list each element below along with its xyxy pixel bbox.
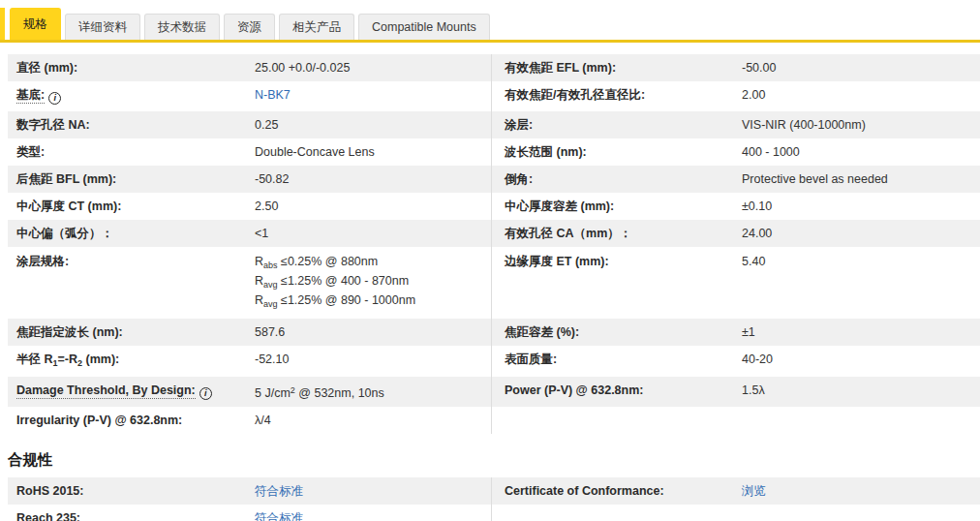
table-row: Damage Threshold, By Design:i5 J/cm2 @ 5… [8, 377, 980, 407]
spec-value: 5.40 [742, 254, 980, 312]
spec-label-text: 后焦距 BFL (mm): [16, 172, 116, 186]
spec-pair: 有效焦距/有效孔径直径比:2.00 [491, 81, 980, 111]
spec-pair: 涂层:VIS-NIR (400-1000nm) [491, 111, 980, 138]
spec-label: 涂层规格: [8, 254, 255, 312]
spec-label: 有效焦距 EFL (mm): [492, 61, 742, 75]
tab-resources[interactable]: 资源 [224, 14, 275, 40]
spec-label: 有效孔径 CA（mm）： [492, 227, 742, 240]
tab-compatible-mounts[interactable]: Compatible Mounts [358, 14, 490, 40]
tab-details[interactable]: 详细资料 [65, 14, 140, 40]
tab-label: 资源 [237, 19, 261, 36]
spec-label: 表面质量: [492, 352, 742, 370]
tab-related-products[interactable]: 相关产品 [279, 14, 354, 40]
tab-specifications[interactable]: 规格 [10, 8, 61, 40]
spec-label: 有效焦距/有效孔径直径比: [492, 88, 742, 105]
info-icon[interactable]: i [199, 387, 212, 400]
spec-label: 中心偏（弧分）： [8, 227, 255, 240]
spec-label-text: 波长范围 (nm): [505, 145, 587, 159]
spec-label: Reach 235: [8, 511, 255, 521]
spec-label: 边缘厚度 ET (mm): [492, 254, 742, 312]
spec-pair: 类型:Double-Concave Lens [8, 138, 491, 166]
spec-value: 25.00 +0.0/-0.025 [255, 61, 491, 75]
spec-label-text: 中心厚度 CT (mm): [16, 199, 121, 213]
spec-label-text: 有效焦距 EFL (mm): [505, 61, 616, 75]
info-icon[interactable]: i [48, 92, 61, 105]
compliance-table: RoHS 2015:符合标准Certificate of Conformance… [8, 477, 980, 521]
spec-label-text: 焦距容差 (%): [505, 325, 579, 339]
spec-value-link[interactable]: 浏览 [742, 484, 980, 498]
spec-value: 5 J/cm2 @ 532nm, 10ns [255, 383, 491, 400]
tab-underline [0, 40, 980, 43]
spec-label-text: 直径 (mm): [16, 61, 77, 75]
spec-pair: 边缘厚度 ET (mm):5.40 [491, 247, 980, 319]
table-row: 焦距指定波长 (nm):587.6焦距容差 (%):±1 [8, 319, 980, 346]
spec-pair: 焦距容差 (%):±1 [491, 319, 980, 346]
spec-value-link[interactable]: N-BK7 [255, 88, 491, 105]
spec-value: Double-Concave Lens [255, 145, 491, 159]
spec-label-text: 中心厚度容差 (mm): [505, 199, 614, 213]
spec-pair: 中心厚度 CT (mm):2.50 [8, 193, 491, 220]
spec-pair [491, 505, 980, 521]
spec-label-text: 半径 R1=-R2 (mm): [16, 352, 119, 366]
spec-pair: Power (P-V) @ 632.8nm:1.5λ [491, 377, 980, 407]
spec-value: 2.00 [742, 88, 980, 105]
spec-label-text: 中心偏（弧分）： [16, 227, 113, 240]
spec-value: 0.25 [255, 118, 491, 132]
tab-label: 相关产品 [292, 19, 341, 36]
spec-value: Protective bevel as needed [742, 172, 980, 186]
spec-value-link[interactable]: 符合标准 [255, 511, 491, 521]
spec-value: ±0.10 [742, 199, 980, 213]
spec-value: 24.00 [742, 227, 980, 240]
spec-label-text: Damage Threshold, By Design: [16, 383, 196, 399]
tab-label: 详细资料 [78, 19, 127, 36]
table-row: 中心厚度 CT (mm):2.50中心厚度容差 (mm):±0.10 [8, 193, 980, 220]
spec-label-text: Certificate of Conformance: [505, 484, 664, 498]
spec-label: Irregularity (P-V) @ 632.8nm: [8, 414, 255, 427]
spec-value [742, 414, 980, 427]
spec-pair: 中心厚度容差 (mm):±0.10 [491, 193, 980, 220]
spec-value: <1 [255, 227, 491, 240]
spec-pair: 有效孔径 CA（mm）：24.00 [491, 220, 980, 247]
specifications-table: 直径 (mm):25.00 +0.0/-0.025有效焦距 EFL (mm):-… [8, 54, 980, 434]
spec-label: 倒角: [492, 172, 742, 186]
spec-label: 涂层: [492, 118, 742, 132]
spec-pair: 涂层规格:Rabs ≤0.25% @ 880nmRavg ≤1.25% @ 40… [8, 247, 491, 319]
spec-pair: RoHS 2015:符合标准 [8, 477, 491, 505]
spec-label-text: Power (P-V) @ 632.8nm: [505, 383, 643, 397]
spec-value: 2.50 [255, 199, 491, 213]
spec-pair: 倒角:Protective bevel as needed [491, 166, 980, 193]
spec-label-text: 边缘厚度 ET (mm): [505, 255, 609, 268]
spec-label-text: 焦距指定波长 (nm): [16, 325, 123, 339]
spec-value-link[interactable]: 符合标准 [255, 484, 491, 498]
spec-pair: 表面质量:40-20 [491, 346, 980, 377]
spec-label: 数字孔径 NA: [8, 118, 255, 132]
spec-pair: Reach 235:符合标准 [8, 505, 491, 521]
table-row: 基底:iN-BK7有效焦距/有效孔径直径比:2.00 [8, 81, 980, 111]
spec-pair: 数字孔径 NA:0.25 [8, 111, 491, 138]
spec-label-text: RoHS 2015: [16, 484, 83, 498]
spec-label-text: 基底: [16, 88, 45, 104]
table-row: 数字孔径 NA:0.25涂层:VIS-NIR (400-1000nm) [8, 111, 980, 138]
spec-pair: Certificate of Conformance:浏览 [491, 477, 980, 505]
spec-label: Damage Threshold, By Design:i [8, 383, 255, 400]
spec-value: -50.00 [742, 61, 980, 75]
spec-pair: 基底:iN-BK7 [8, 81, 491, 111]
spec-label [492, 414, 742, 427]
spec-value: -52.10 [255, 352, 491, 370]
table-row: Irregularity (P-V) @ 632.8nm:λ/4 [8, 407, 980, 434]
spec-label: 中心厚度 CT (mm): [8, 199, 255, 213]
spec-pair [491, 407, 980, 434]
spec-label-text: 有效焦距/有效孔径直径比: [505, 88, 645, 102]
spec-label-text: 数字孔径 NA: [16, 118, 90, 132]
tab-technical-data[interactable]: 技术数据 [144, 14, 220, 40]
spec-label: 焦距容差 (%): [492, 325, 742, 339]
tab-label: 技术数据 [158, 19, 206, 36]
table-row: 涂层规格:Rabs ≤0.25% @ 880nmRavg ≤1.25% @ 40… [8, 247, 980, 319]
table-row: 半径 R1=-R2 (mm):-52.10表面质量:40-20 [8, 346, 980, 377]
table-row: 类型:Double-Concave Lens波长范围 (nm):400 - 10… [8, 138, 980, 166]
spec-label: RoHS 2015: [8, 484, 255, 498]
spec-label-text: 涂层规格: [16, 255, 69, 268]
table-row: 中心偏（弧分）：<1有效孔径 CA（mm）：24.00 [8, 220, 980, 247]
yellow-edge-stripe [0, 8, 5, 40]
spec-label-text: Reach 235: [16, 511, 80, 521]
